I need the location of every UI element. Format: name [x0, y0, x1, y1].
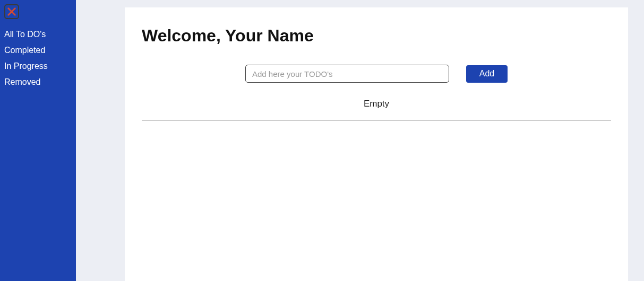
sidebar: All To DO's Completed In Progress Remove…: [0, 0, 76, 281]
todo-input[interactable]: [245, 65, 449, 83]
sidebar-item-in-progress[interactable]: In Progress: [4, 58, 72, 74]
add-todo-row: Add: [142, 65, 611, 83]
empty-state-label: Empty: [142, 99, 611, 109]
sidebar-item-removed[interactable]: Removed: [4, 74, 72, 90]
welcome-title: Welcome, Your Name: [142, 26, 611, 46]
list-divider: [142, 120, 611, 120]
app-logo-icon: [4, 4, 19, 19]
sidebar-item-all-todos[interactable]: All To DO's: [4, 27, 72, 42]
add-button[interactable]: Add: [466, 65, 508, 83]
sidebar-item-completed[interactable]: Completed: [4, 42, 72, 58]
content-scroll-area[interactable]: Welcome, Your Name Add Empty: [76, 0, 644, 281]
main-card: Welcome, Your Name Add Empty: [125, 7, 628, 281]
